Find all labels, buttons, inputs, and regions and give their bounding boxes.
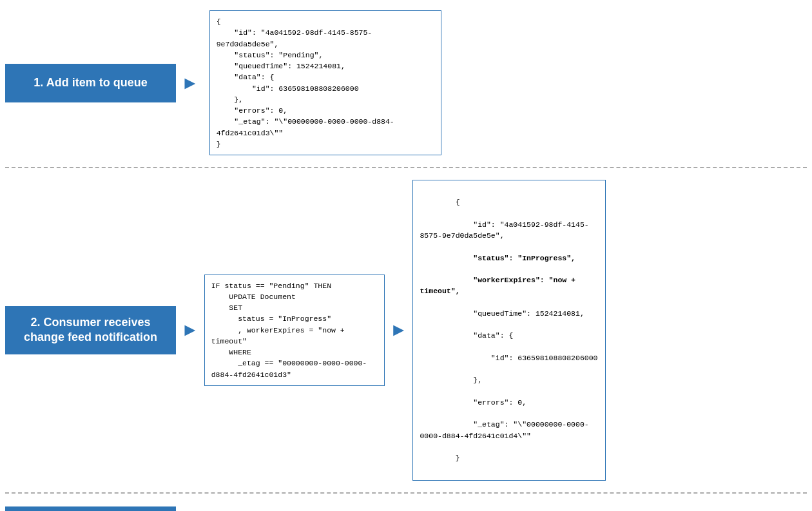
step2-sql: IF status == "Pending" THEN UPDATE Docum… bbox=[204, 275, 385, 386]
step2-label: 2. Consumer receives change feed notific… bbox=[24, 315, 157, 345]
arrow-1: ► bbox=[181, 73, 199, 93]
step1-label: 1. Add item to queue bbox=[34, 75, 147, 90]
section-2: 2. Consumer receives change feed notific… bbox=[5, 176, 807, 494]
arrow-2b: ► bbox=[390, 320, 408, 340]
diagram: 1. Add item to queue ► { "id": "4a041592… bbox=[0, 0, 812, 511]
step2-box: 2. Consumer receives change feed notific… bbox=[5, 306, 176, 354]
arrow-2a: ► bbox=[181, 320, 199, 340]
step3-header-row: 3. Process queue item bbox=[5, 506, 807, 512]
step2-json: { "id": "4a041592-98df-4145-8575-9e7d0da… bbox=[412, 180, 606, 481]
step2-row: 2. Consumer receives change feed notific… bbox=[5, 180, 807, 481]
step1-json: { "id": "4a041592-98df-4145-8575-9e7d0da… bbox=[209, 10, 441, 155]
step3-box: 3. Process queue item bbox=[5, 506, 176, 512]
step1-box: 1. Add item to queue bbox=[5, 64, 176, 102]
step1-row: 1. Add item to queue ► { "id": "4a041592… bbox=[5, 10, 807, 155]
section-1: 1. Add item to queue ► { "id": "4a041592… bbox=[5, 6, 807, 168]
